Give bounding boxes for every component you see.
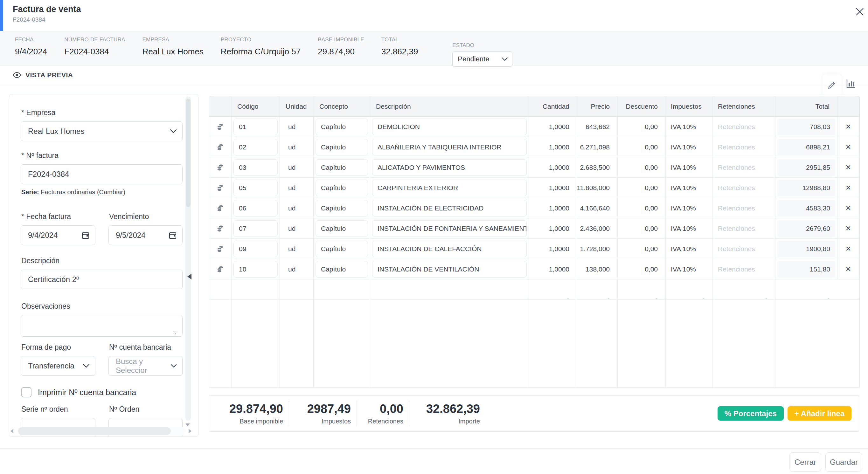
delete-row-button[interactable]: ✕ <box>845 123 851 131</box>
discount-cell[interactable]: 0,00 <box>618 117 666 137</box>
anadir-linea-button[interactable]: + Añadir linea <box>787 406 851 420</box>
vencimiento-input[interactable] <box>116 226 157 245</box>
delete-row-button[interactable]: ✕ <box>845 163 851 172</box>
discount-cell[interactable]: 0,00 <box>618 178 666 198</box>
price-cell[interactable]: 138,000 <box>577 259 618 279</box>
discount-cell[interactable]: 0,00 <box>618 137 666 157</box>
scroll-left-arrow-icon[interactable] <box>10 429 13 433</box>
delete-row-button[interactable]: ✕ <box>845 224 851 233</box>
price-cell[interactable]: 2.683,500 <box>577 157 618 178</box>
code-cell[interactable]: 01 <box>231 117 280 137</box>
discount-cell[interactable]: 0,00 <box>618 259 666 279</box>
price-cell[interactable]: 643,662 <box>577 117 618 137</box>
tax-cell[interactable]: IVA 10% <box>666 239 713 259</box>
tax-cell[interactable]: IVA 10% <box>666 198 713 218</box>
concept-cell[interactable]: Capítulo <box>314 157 370 178</box>
delete-row-button[interactable]: ✕ <box>845 204 851 212</box>
fecha-factura-input[interactable] <box>28 226 69 245</box>
quantity-cell[interactable]: 1,0000 <box>529 117 577 137</box>
collapse-panel-icon[interactable] <box>187 274 191 279</box>
unit-cell[interactable]: ud <box>280 117 314 137</box>
empresa-select[interactable]: Real Lux Homes <box>21 121 183 141</box>
coins-icon[interactable] <box>216 123 224 131</box>
price-cell[interactable]: 11.808,000 <box>577 178 618 198</box>
concept-cell[interactable]: Capítulo <box>314 117 370 137</box>
quantity-cell[interactable]: 1,0000 <box>529 157 577 178</box>
price-cell[interactable]: 1.728,000 <box>577 239 618 259</box>
concept-cell[interactable]: Capítulo <box>314 239 370 259</box>
numero-factura-input[interactable] <box>28 165 177 184</box>
scroll-down-arrow-icon[interactable] <box>185 423 190 426</box>
code-cell[interactable]: 06 <box>231 198 280 218</box>
quantity-cell[interactable]: 1,0000 <box>529 239 577 259</box>
porcentajes-button[interactable]: % Porcentajes <box>718 406 784 420</box>
concept-cell[interactable]: Capítulo <box>314 137 370 157</box>
retention-cell[interactable]: Retenciones <box>713 137 775 157</box>
coins-icon[interactable] <box>216 204 224 212</box>
quantity-cell[interactable]: 1,0000 <box>529 178 577 198</box>
concept-cell[interactable]: Capítulo <box>314 259 370 279</box>
discount-cell[interactable]: 0,00 <box>618 218 666 239</box>
unit-cell[interactable]: ud <box>280 198 314 218</box>
retention-cell[interactable]: Retenciones <box>713 239 775 259</box>
quantity-cell[interactable]: 1,0000 <box>529 198 577 218</box>
price-cell[interactable]: 2.436,000 <box>577 218 618 239</box>
delete-row-button[interactable]: ✕ <box>845 143 851 151</box>
serie-cambiar-link[interactable]: (Cambiar) <box>97 189 125 195</box>
description-cell[interactable]: INSTALACION DE CALEFACCIÓN <box>370 239 529 259</box>
retention-cell[interactable]: Retenciones <box>713 117 775 137</box>
delete-row-button[interactable]: ✕ <box>845 184 851 192</box>
tax-cell[interactable]: IVA 10% <box>666 117 713 137</box>
coins-icon[interactable] <box>216 163 224 172</box>
code-cell[interactable]: 03 <box>231 157 280 178</box>
concept-cell[interactable]: Capítulo <box>314 178 370 198</box>
quantity-cell[interactable]: 1,0000 <box>529 259 577 279</box>
coins-icon[interactable] <box>216 184 224 192</box>
quantity-cell[interactable]: 1,0000 <box>529 137 577 157</box>
coins-icon[interactable] <box>216 224 224 233</box>
delete-row-button[interactable]: ✕ <box>845 245 851 253</box>
code-cell[interactable]: 05 <box>231 178 280 198</box>
tax-cell[interactable]: IVA 10% <box>666 137 713 157</box>
coins-icon[interactable] <box>216 245 224 253</box>
concept-cell[interactable]: Capítulo <box>314 198 370 218</box>
description-cell[interactable]: CARPINTERIA EXTERIOR <box>370 178 529 198</box>
scrollbar-thumb[interactable] <box>18 427 171 435</box>
concept-cell[interactable]: Capítulo <box>314 218 370 239</box>
quantity-cell[interactable]: 1,0000 <box>529 218 577 239</box>
retention-cell[interactable]: Retenciones <box>713 157 775 178</box>
guardar-button[interactable]: Guardar <box>826 452 862 472</box>
discount-cell[interactable]: 0,00 <box>618 239 666 259</box>
retention-cell[interactable]: Retenciones <box>713 218 775 239</box>
tax-cell[interactable]: IVA 10% <box>666 259 713 279</box>
descripcion-input[interactable] <box>28 270 177 289</box>
discount-cell[interactable]: 0,00 <box>618 198 666 218</box>
form-vertical-scrollbar[interactable] <box>185 96 191 420</box>
description-cell[interactable]: INSTALACIÓN DE FONTANERIA Y SANEAMIENTO <box>370 218 529 239</box>
price-cell[interactable]: 6.271,098 <box>577 137 618 157</box>
estado-select[interactable]: Pendiente <box>452 52 513 67</box>
forma-pago-select[interactable]: Transferencia <box>21 356 95 376</box>
scroll-right-arrow-icon[interactable] <box>189 429 191 433</box>
unit-cell[interactable]: ud <box>280 259 314 279</box>
retention-cell[interactable]: Retenciones <box>713 198 775 218</box>
form-horizontal-scrollbar[interactable] <box>17 427 186 435</box>
tax-cell[interactable]: IVA 10% <box>666 178 713 198</box>
discount-cell[interactable]: 0,00 <box>618 157 666 178</box>
observaciones-textarea[interactable] <box>27 318 177 334</box>
description-cell[interactable]: INSTALACIÓN DE ELECTRICIDAD <box>370 198 529 218</box>
unit-cell[interactable]: ud <box>280 239 314 259</box>
imprimir-cuenta-checkbox[interactable] <box>21 387 31 398</box>
unit-cell[interactable]: ud <box>280 178 314 198</box>
coins-icon[interactable] <box>216 265 224 274</box>
description-cell[interactable]: ALICATADO Y PAVIMENTOS <box>370 157 529 178</box>
code-cell[interactable]: 09 <box>231 239 280 259</box>
tax-cell[interactable]: IVA 10% <box>666 157 713 178</box>
code-cell[interactable]: 07 <box>231 218 280 239</box>
code-cell[interactable]: 10 <box>231 259 280 279</box>
description-cell[interactable]: DEMOLICION <box>370 117 529 137</box>
coins-icon[interactable] <box>216 143 224 151</box>
retention-cell[interactable]: Retenciones <box>713 178 775 198</box>
cuenta-bancaria-select[interactable]: Busca y Seleccior <box>108 356 183 376</box>
cerrar-button[interactable]: Cerrar <box>789 452 821 472</box>
